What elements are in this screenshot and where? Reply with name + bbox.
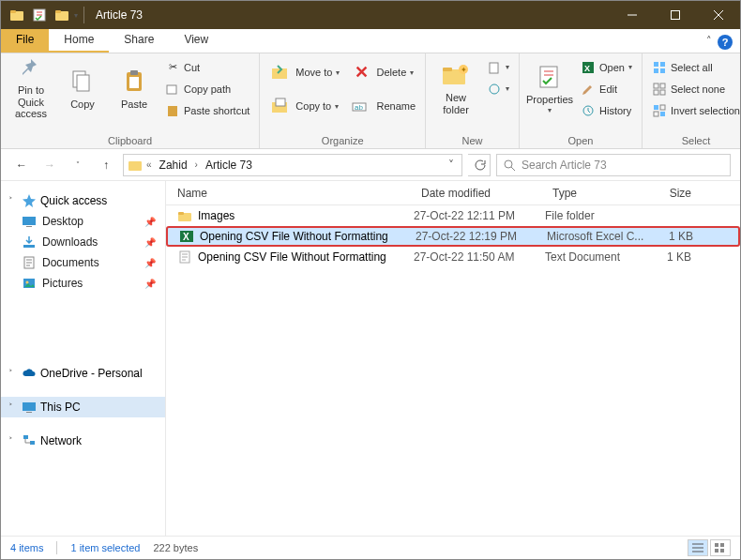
copyto-button[interactable]: Copy to▾ bbox=[265, 91, 343, 121]
tab-home[interactable]: Home bbox=[49, 29, 109, 53]
help-icon[interactable]: ? bbox=[718, 35, 733, 50]
organize-group-label: Organize bbox=[260, 135, 425, 146]
delete-icon: ✕ bbox=[350, 61, 372, 83]
group-select: Select all Select none Invert selection … bbox=[643, 53, 741, 148]
chevron-icon[interactable]: « bbox=[146, 159, 152, 170]
copy-button[interactable]: Copy bbox=[58, 57, 107, 119]
properties-icon bbox=[535, 62, 565, 92]
easyaccess-icon bbox=[487, 82, 502, 97]
forward-button[interactable]: → bbox=[38, 154, 61, 176]
column-headers: Name Date modified Type Size bbox=[166, 181, 740, 205]
svg-rect-54 bbox=[23, 435, 28, 439]
edit-button[interactable]: Edit bbox=[577, 79, 636, 98]
file-size: 1 KB bbox=[659, 230, 716, 243]
search-icon bbox=[503, 159, 516, 172]
up-button[interactable]: ↑ bbox=[95, 154, 117, 176]
svg-rect-38 bbox=[660, 90, 665, 95]
delete-button[interactable]: ✕Delete▾ bbox=[346, 57, 419, 87]
ribbon-tabs: File Home Share View ˄ ? bbox=[1, 29, 740, 53]
group-organize: Move to▾ Copy to▾ ✕Delete▾ abRename Orga… bbox=[260, 53, 426, 148]
col-date[interactable]: Date modified bbox=[414, 187, 545, 200]
recent-dropdown[interactable]: ˅ bbox=[67, 154, 89, 176]
svg-rect-22 bbox=[443, 68, 452, 71]
history-button[interactable]: History bbox=[577, 100, 636, 120]
status-items: 4 items bbox=[10, 542, 43, 553]
address-box[interactable]: « Zahid › Article 73 ˅ bbox=[123, 154, 462, 176]
address-dropdown[interactable]: ˅ bbox=[445, 159, 458, 172]
selectall-button[interactable]: Select all bbox=[648, 57, 741, 77]
qat-dropdown[interactable]: ▾ bbox=[74, 11, 78, 20]
refresh-button[interactable] bbox=[468, 154, 491, 176]
nav-network[interactable]: ˃Network bbox=[1, 431, 165, 451]
clipboard-group-label: Clipboard bbox=[1, 135, 259, 146]
pasteshortcut-button[interactable]: Paste shortcut bbox=[161, 100, 253, 120]
svg-text:ab: ab bbox=[355, 103, 363, 112]
svg-rect-15 bbox=[168, 106, 177, 116]
nav-pictures[interactable]: Pictures📌 bbox=[1, 273, 165, 294]
file-row[interactable]: Images27-Oct-22 12:11 PMFile folder bbox=[166, 205, 740, 226]
nav-desktop[interactable]: Desktop📌 bbox=[1, 211, 165, 232]
svg-rect-1 bbox=[10, 10, 16, 13]
navigation-pane: ˃Quick access Desktop📌 Downloads📌 Docume… bbox=[1, 181, 166, 536]
svg-rect-33 bbox=[654, 68, 658, 73]
paste-button[interactable]: Paste bbox=[110, 57, 159, 119]
svg-rect-40 bbox=[660, 105, 665, 110]
text-icon bbox=[177, 250, 192, 265]
col-size[interactable]: Size bbox=[658, 187, 714, 200]
nav-documents[interactable]: Documents📌 bbox=[1, 252, 165, 273]
crumb-article[interactable]: Article 73 bbox=[202, 157, 256, 174]
tab-view[interactable]: View bbox=[169, 29, 223, 53]
invert-icon bbox=[652, 103, 667, 118]
pin-quick-access-button[interactable]: Pin to Quick access bbox=[7, 57, 55, 119]
history-icon bbox=[581, 103, 596, 118]
details-view-button[interactable] bbox=[688, 539, 708, 556]
ribbon-collapse-icon[interactable]: ˄ bbox=[706, 35, 712, 47]
icons-view-button[interactable] bbox=[710, 539, 731, 556]
crumb-zahid[interactable]: Zahid bbox=[156, 157, 191, 174]
moveto-button[interactable]: Move to▾ bbox=[265, 57, 343, 87]
file-row[interactable]: XOpening CSV File Without Formatting27-O… bbox=[166, 226, 740, 247]
select-group-label: Select bbox=[643, 135, 741, 146]
file-row[interactable]: Opening CSV File Without Formatting27-Oc… bbox=[166, 247, 740, 267]
maximize-button[interactable] bbox=[654, 1, 697, 29]
copypath-button[interactable]: Copy path bbox=[161, 79, 253, 98]
invert-button[interactable]: Invert selection bbox=[648, 100, 741, 120]
nav-onedrive[interactable]: ˃OneDrive - Personal bbox=[1, 363, 165, 384]
search-input[interactable]: Search Article 73 bbox=[496, 154, 731, 176]
file-name: Opening CSV File Without Formatting bbox=[198, 250, 386, 264]
newfolder-icon: ✦ bbox=[441, 60, 471, 90]
cut-button[interactable]: ✂Cut bbox=[161, 57, 253, 77]
tab-file[interactable]: File bbox=[1, 29, 49, 53]
properties-icon[interactable] bbox=[29, 5, 50, 25]
col-type[interactable]: Type bbox=[545, 187, 658, 200]
file-date: 27-Oct-22 12:11 PM bbox=[414, 209, 545, 222]
tab-share[interactable]: Share bbox=[109, 29, 169, 53]
back-button[interactable]: ← bbox=[10, 154, 33, 176]
nav-downloads[interactable]: Downloads📌 bbox=[1, 232, 165, 252]
selectnone-button[interactable]: Select none bbox=[648, 79, 741, 98]
easyaccess-button[interactable]: ▾ bbox=[483, 79, 513, 98]
svg-rect-10 bbox=[77, 75, 89, 91]
close-button[interactable] bbox=[697, 1, 740, 29]
svg-rect-43 bbox=[129, 161, 142, 171]
svg-rect-36 bbox=[660, 83, 665, 88]
newfolder-button[interactable]: ✦ New folder bbox=[431, 57, 480, 119]
file-size: 1 KB bbox=[658, 250, 714, 264]
quick-access-header[interactable]: ˃Quick access bbox=[1, 190, 165, 211]
col-name[interactable]: Name bbox=[166, 187, 414, 200]
properties-button[interactable]: Properties▾ bbox=[525, 57, 574, 119]
rename-button[interactable]: abRename bbox=[346, 91, 419, 121]
svg-rect-48 bbox=[23, 245, 35, 248]
svg-rect-39 bbox=[654, 105, 658, 110]
group-clipboard: Pin to Quick access Copy Paste ✂Cut Copy… bbox=[1, 53, 260, 148]
svg-text:X: X bbox=[584, 64, 590, 73]
minimize-button[interactable] bbox=[611, 1, 654, 29]
nav-thispc[interactable]: ˃This PC bbox=[1, 397, 165, 417]
open-button[interactable]: XOpen▾ bbox=[577, 57, 636, 77]
newitem-button[interactable]: ▾ bbox=[483, 57, 513, 77]
chevron-icon[interactable]: › bbox=[195, 159, 198, 170]
folder-icon bbox=[7, 5, 27, 25]
edit-icon bbox=[581, 82, 596, 97]
copypath-icon bbox=[165, 82, 180, 97]
svg-rect-13 bbox=[129, 77, 139, 88]
